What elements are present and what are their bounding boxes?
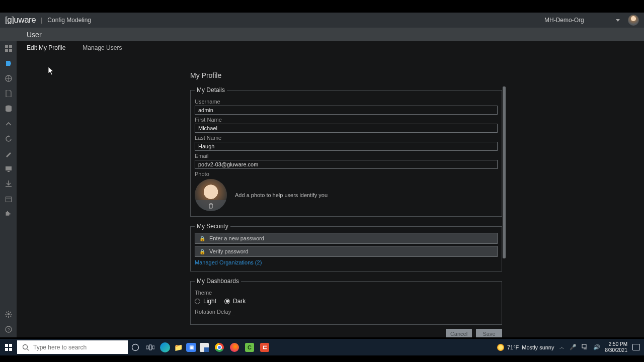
search-icon [22,344,29,351]
taskbar-clock[interactable]: 2:50 PM 8/30/2021 [605,341,628,353]
my-dashboards-fieldset: My Dashboards Theme Light Dark [190,278,502,325]
app-name: Config Modeling [47,17,91,24]
sidebar-dashboard-icon[interactable] [5,44,13,52]
svg-rect-18 [146,346,148,349]
lastname-input[interactable] [195,142,498,151]
profile-photo[interactable] [195,179,227,211]
theme-label: Theme [195,290,498,296]
lastname-label: Last Name [195,135,498,141]
sun-icon [497,344,504,351]
task-view-icon[interactable] [143,339,158,355]
taskbar-recorder-icon[interactable]: ⊏ [258,340,272,354]
new-password-placeholder: Enter a new password [209,235,264,241]
sidebar-config-modeling-icon[interactable] [5,59,13,67]
svg-text:?: ? [7,327,10,332]
svg-rect-21 [582,344,586,348]
scrollbar-thumb[interactable] [503,86,506,258]
my-dashboards-legend: My Dashboards [195,278,241,285]
my-details-fieldset: My Details Username First Name Last Name… [190,86,502,217]
sidebar-tool-icon[interactable] [5,150,13,158]
taskbar-firefox-icon[interactable] [227,340,242,354]
weather-temp: 71°F [507,344,519,350]
svg-rect-8 [6,197,11,202]
sidebar-sync-icon[interactable] [5,135,13,143]
svg-rect-12 [5,344,8,347]
tab-edit-my-profile[interactable]: Edit My Profile [27,44,65,51]
tab-bar: Edit My Profile Manage Users [17,41,644,54]
cancel-button[interactable]: Cancel [446,329,472,337]
brand-logo: [g]uware [5,15,36,25]
sidebar-database-icon[interactable] [5,105,13,113]
tray-network-icon[interactable] [582,344,588,351]
taskbar-explorer-icon[interactable]: 📁 [171,340,185,354]
tray-volume-icon[interactable]: 🔊 [593,344,600,350]
username-label: Username [195,99,498,105]
svg-rect-7 [8,171,10,172]
clock-time: 2:50 PM [605,341,628,347]
username-input[interactable] [195,106,498,115]
user-avatar[interactable] [628,15,639,26]
taskbar-search[interactable] [17,340,128,354]
photo-hint-text: Add a photo to help users identify you [235,192,328,198]
email-input[interactable] [195,160,498,169]
sidebar-globe-icon[interactable] [5,74,13,82]
firstname-label: First Name [195,117,498,123]
rotation-delay-input[interactable]: Rotation Delay [195,309,235,316]
lock-icon: 🔒 [199,249,205,254]
svg-rect-19 [149,345,151,350]
verify-password-input[interactable]: 🔒 Verify password [195,246,498,257]
radio-icon [224,299,230,304]
sidebar-download-icon[interactable] [5,180,13,188]
my-security-fieldset: My Security 🔒 Enter a new password 🔒 Ver… [190,223,502,272]
svg-rect-6 [6,166,12,170]
theme-dark-radio[interactable]: Dark [224,298,246,305]
firstname-input[interactable] [195,124,498,133]
sidebar-help-icon[interactable]: ? [5,325,13,333]
cortana-icon[interactable] [128,339,143,355]
theme-light-label: Light [203,298,216,305]
svg-rect-3 [9,49,12,52]
taskbar-weather[interactable]: 71°F Mostly sunny [497,344,554,351]
profile-heading: My Profile [190,71,502,79]
managed-orgs-link[interactable]: Managed Organizations (2) [195,259,262,265]
sidebar-calendar-icon[interactable] [5,195,13,203]
delete-photo-button[interactable] [195,200,227,211]
org-selector[interactable]: MH-Demo-Org [544,17,620,24]
my-security-legend: My Security [195,223,230,230]
taskbar-edge-icon[interactable] [160,342,170,352]
org-selected-label: MH-Demo-Org [544,17,584,24]
new-password-input[interactable]: 🔒 Enter a new password [195,233,498,244]
theme-light-radio[interactable]: Light [195,298,216,305]
taskbar-chrome-icon[interactable] [212,340,226,354]
notifications-icon[interactable] [632,344,640,350]
save-button[interactable]: Save [476,329,502,337]
sidebar-document-icon[interactable] [5,89,13,98]
svg-rect-14 [5,348,8,351]
svg-rect-15 [9,348,12,351]
svg-point-17 [132,344,139,350]
sidebar-puzzle-icon[interactable] [5,210,13,218]
page-title: User [27,31,42,39]
windows-taskbar: 📁 ▣ C ⊏ 71°F Mostly sunny ︿ 🎤 🔊 2:50 PM … [0,339,644,355]
svg-rect-20 [152,346,154,349]
sidebar-monitor-icon[interactable] [5,165,13,173]
tray-mic-icon[interactable]: 🎤 [570,344,577,350]
weather-text: Mostly sunny [522,344,554,350]
chevron-down-icon [616,19,620,22]
start-button[interactable] [0,339,17,355]
svg-point-9 [7,313,10,316]
svg-point-16 [23,344,28,349]
svg-rect-0 [5,45,8,48]
tab-manage-users[interactable]: Manage Users [83,44,122,51]
taskbar-app-icon[interactable] [197,340,211,354]
sidebar-chevron-up-icon[interactable] [5,120,13,128]
email-label: Email [195,153,498,159]
sidebar-settings-icon[interactable] [5,310,13,318]
radio-icon [195,299,200,304]
tray-chevron-up-icon[interactable]: ︿ [559,344,565,351]
photo-label: Photo [195,171,498,177]
my-details-legend: My Details [195,86,227,94]
taskbar-search-input[interactable] [33,344,123,351]
taskbar-zoom-icon[interactable]: ▣ [186,343,196,352]
taskbar-camtasia-icon[interactable]: C [243,340,257,354]
